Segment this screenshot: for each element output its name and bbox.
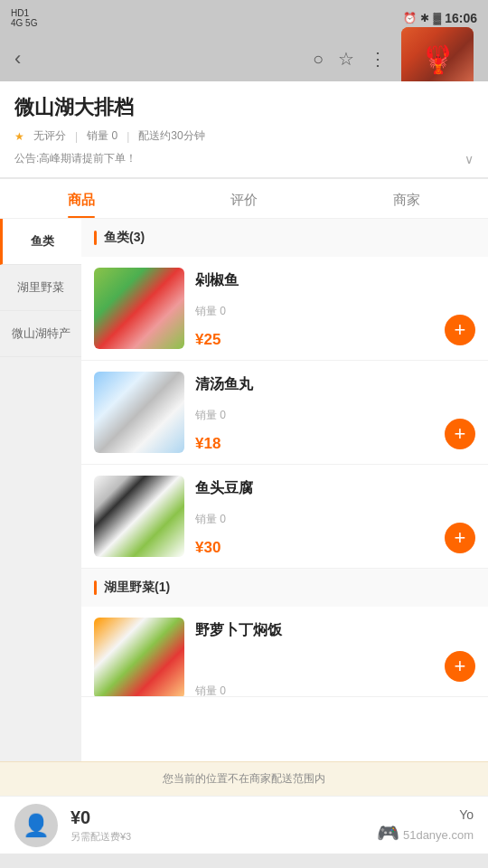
product-name-1: 剁椒鱼 <box>195 271 445 290</box>
star-icon: ★ <box>14 130 24 143</box>
product-name-3: 鱼头豆腐 <box>195 479 445 498</box>
watermark-label: 51danye.com <box>403 828 474 842</box>
divider-1: | <box>75 130 78 143</box>
content-area: 鱼类 湖里野菜 微山湖特产 鱼类(3) 剁椒鱼 销量 0 ¥25 + <box>0 219 488 761</box>
status-left: HD1 4G 5G <box>11 8 37 28</box>
sidebar-item-fish[interactable]: 鱼类 <box>0 219 81 265</box>
add-button-3[interactable]: + <box>445 523 475 553</box>
product-name-4: 野萝卜丁焖饭 <box>195 621 445 640</box>
notice-expand-icon[interactable]: ∨ <box>465 152 474 166</box>
product-price-1: ¥25 <box>195 331 445 349</box>
cart-logo-area: Yo 🎮 51danye.com <box>377 807 474 844</box>
rating-text: 无评分 <box>33 128 66 144</box>
category-title-veg: 湖里野菜(1) <box>104 580 170 596</box>
cart-delivery-fee: 另需配送费¥3 <box>70 830 377 844</box>
product-price-2: ¥18 <box>195 435 445 453</box>
cart-bar: 👤 ¥0 另需配送费¥3 Yo 🎮 51danye.com <box>0 796 488 854</box>
category-bar-decoration <box>94 231 97 245</box>
add-button-4[interactable]: + <box>445 651 475 682</box>
product-item-2: 清汤鱼丸 销量 0 ¥18 + <box>81 361 488 465</box>
product-info-3: 鱼头豆腐 销量 0 ¥30 <box>184 476 445 557</box>
product-sales-4: 销量 0 <box>195 684 445 697</box>
sidebar-item-vegetables[interactable]: 湖里野菜 <box>0 265 81 311</box>
tabs-bar: 商品 评价 商家 <box>0 179 488 219</box>
category-title-fish: 鱼类(3) <box>104 230 145 246</box>
product-img-content-2 <box>94 372 184 453</box>
product-price-3: ¥30 <box>195 539 445 557</box>
search-icon[interactable]: ○ <box>313 49 324 70</box>
delivery-text: 配送约30分钟 <box>138 128 204 144</box>
notice-text: 公告:高峰期请提前下单！ <box>14 151 465 166</box>
product-list: 鱼类(3) 剁椒鱼 销量 0 ¥25 + 清汤鱼丸 销量 0 ¥18 <box>81 219 488 761</box>
alarm-icon: ⏰ <box>403 12 417 24</box>
watermark-text: 🎮 51danye.com <box>377 822 474 844</box>
nav-bar: ‹ ○ ☆ ⋮ 🦞 <box>0 36 488 81</box>
status-time: 16:06 <box>445 11 477 25</box>
battery-icon: ▓ <box>433 12 441 24</box>
category-header-veg: 湖里野菜(1) <box>81 569 488 607</box>
cart-price: ¥0 <box>70 807 377 828</box>
add-button-2[interactable]: + <box>445 419 475 449</box>
product-item-3: 鱼头豆腐 销量 0 ¥30 + <box>81 465 488 569</box>
product-image-4 <box>94 618 184 697</box>
bottom-text: Yo <box>377 807 474 822</box>
back-button[interactable]: ‹ <box>14 47 21 71</box>
delivery-notice-bar: 您当前的位置不在商家配送范围内 <box>0 761 488 796</box>
left-sidebar: 鱼类 湖里野菜 微山湖特产 <box>0 219 81 761</box>
network-label-1: HD1 <box>11 8 37 18</box>
product-sales-3: 销量 0 <box>195 512 445 527</box>
category-header-fish: 鱼类(3) <box>81 219 488 257</box>
more-icon[interactable]: ⋮ <box>369 48 387 70</box>
tab-reviews[interactable]: 评价 <box>163 179 325 218</box>
header-top: 微山湖大排档 <box>14 94 474 121</box>
delivery-notice-text: 您当前的位置不在商家配送范围内 <box>163 772 325 785</box>
product-item-4: 野萝卜丁焖饭 销量 0 + <box>81 607 488 697</box>
header-card: 微山湖大排档 ★ 无评分 | 销量 0 | 配送约30分钟 公告:高峰期请提前下… <box>0 81 488 177</box>
add-button-1[interactable]: + <box>445 315 475 345</box>
avatar-icon: 👤 <box>23 813 50 838</box>
product-info-4: 野萝卜丁焖饭 销量 0 <box>184 618 445 697</box>
restaurant-name: 微山湖大排档 <box>14 94 474 121</box>
product-img-content-1 <box>94 268 184 349</box>
product-item-1: 剁椒鱼 销量 0 ¥25 + <box>81 257 488 361</box>
tab-products[interactable]: 商品 <box>0 179 163 218</box>
sidebar-item-specialty[interactable]: 微山湖特产 <box>0 311 81 357</box>
product-img-content-4 <box>94 618 184 697</box>
favorite-icon[interactable]: ☆ <box>338 48 354 70</box>
product-name-2: 清汤鱼丸 <box>195 375 445 394</box>
cart-price-area: ¥0 另需配送费¥3 <box>58 807 377 844</box>
product-sales-2: 销量 0 <box>195 408 445 423</box>
product-info-1: 剁椒鱼 销量 0 ¥25 <box>184 268 445 349</box>
product-image-3 <box>94 476 184 557</box>
notice-row: 公告:高峰期请提前下单！ ∨ <box>14 151 474 166</box>
cart-avatar: 👤 <box>14 804 58 847</box>
divider-2: | <box>127 130 129 143</box>
sales-text: 销量 0 <box>87 128 117 144</box>
product-image-2 <box>94 372 184 453</box>
status-right: ⏰ ✱ ▓ 16:06 <box>403 11 477 25</box>
product-info-2: 清汤鱼丸 销量 0 ¥18 <box>184 372 445 453</box>
network-label-2: 4G 5G <box>11 18 37 28</box>
product-img-content-3 <box>94 476 184 557</box>
product-image-1 <box>94 268 184 349</box>
product-sales-1: 销量 0 <box>195 304 445 319</box>
meta-row: ★ 无评分 | 销量 0 | 配送约30分钟 <box>14 128 474 144</box>
tab-merchant[interactable]: 商家 <box>325 179 488 218</box>
category-bar-decoration-2 <box>94 580 97 595</box>
bluetooth-icon: ✱ <box>420 12 429 24</box>
